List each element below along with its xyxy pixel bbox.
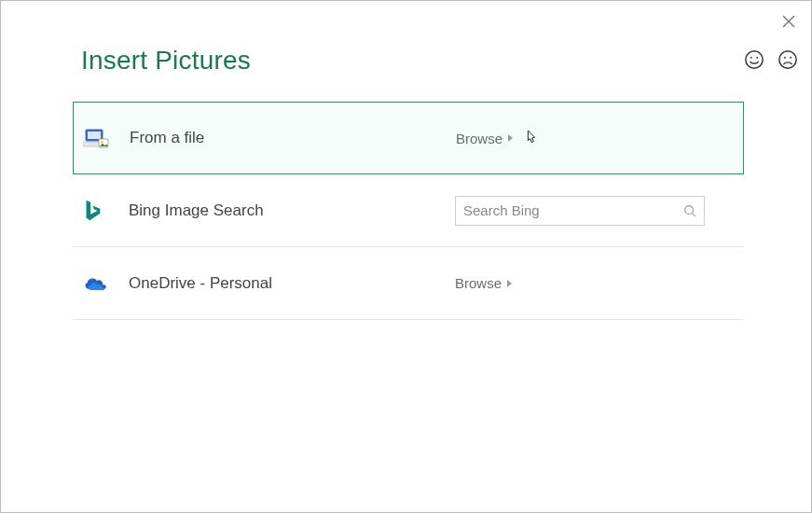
svg-point-4 xyxy=(756,57,758,59)
svg-point-13 xyxy=(685,205,694,214)
browse-file-text: Browse xyxy=(456,131,502,146)
dialog-title: Insert Pictures xyxy=(81,46,251,76)
option-from-file-label: From a file xyxy=(130,129,456,147)
svg-point-2 xyxy=(746,51,763,68)
onedrive-icon xyxy=(82,274,129,293)
option-bing-label: Bing Image Search xyxy=(129,201,455,220)
svg-point-12 xyxy=(101,141,103,144)
search-icon xyxy=(683,204,696,217)
insert-options-list: From a file Browse Bing Image Search xyxy=(73,102,744,320)
option-onedrive[interactable]: OneDrive - Personal Browse xyxy=(73,247,744,320)
svg-point-3 xyxy=(750,57,752,59)
bing-search-input[interactable] xyxy=(463,202,683,218)
feedback-sad-icon[interactable] xyxy=(778,49,798,70)
browse-file-link[interactable]: Browse xyxy=(456,131,513,146)
computer-file-icon xyxy=(83,126,130,150)
svg-point-6 xyxy=(784,57,786,59)
svg-line-14 xyxy=(693,213,696,216)
feedback-happy-icon[interactable] xyxy=(744,49,764,70)
bing-icon xyxy=(82,199,129,223)
chevron-right-icon xyxy=(508,134,513,142)
svg-point-7 xyxy=(790,57,791,59)
option-from-file[interactable]: From a file Browse xyxy=(73,102,744,174)
chevron-right-icon xyxy=(507,280,512,287)
svg-rect-9 xyxy=(88,132,101,139)
option-onedrive-label: OneDrive - Personal xyxy=(129,274,455,293)
cursor-icon xyxy=(523,129,540,149)
browse-onedrive-text: Browse xyxy=(455,275,502,291)
bing-search-box[interactable] xyxy=(455,196,705,226)
option-bing-search[interactable]: Bing Image Search xyxy=(73,174,744,247)
close-button[interactable] xyxy=(779,12,798,31)
browse-onedrive-link[interactable]: Browse xyxy=(455,275,512,291)
svg-point-5 xyxy=(779,51,796,68)
